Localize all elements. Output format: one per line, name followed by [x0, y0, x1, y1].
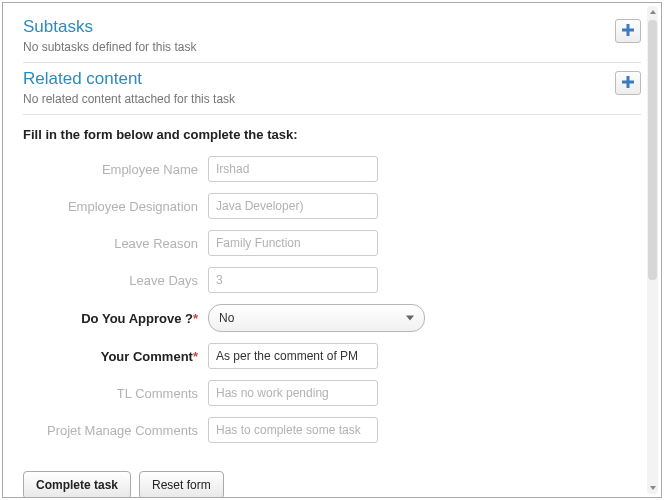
- label-approve: Do You Approve ?*: [23, 311, 208, 326]
- complete-task-button[interactable]: Complete task: [23, 471, 131, 497]
- plus-icon: [621, 75, 635, 92]
- label-tl-comments: TL Comments: [23, 386, 208, 401]
- scroll-up-button[interactable]: [647, 6, 658, 18]
- related-title: Related content: [23, 69, 641, 89]
- label-leave-days: Leave Days: [23, 273, 208, 288]
- scrollbar[interactable]: [647, 6, 658, 494]
- add-subtask-button[interactable]: [615, 19, 641, 43]
- scroll-down-button[interactable]: [647, 482, 658, 494]
- add-related-content-button[interactable]: [615, 71, 641, 95]
- approve-select-value: No: [219, 311, 234, 325]
- leave-days-field: [208, 267, 378, 293]
- form-header: Fill in the form below and complete the …: [23, 127, 641, 142]
- employee-designation-field: [208, 193, 378, 219]
- leave-reason-field: [208, 230, 378, 256]
- pm-comments-field: [208, 417, 378, 443]
- plus-icon: [621, 23, 635, 40]
- related-content-section: Related content No related content attac…: [23, 63, 641, 115]
- chevron-down-icon: [650, 486, 656, 490]
- approve-select[interactable]: No: [208, 304, 425, 332]
- your-comment-field[interactable]: [208, 343, 378, 369]
- label-employee-designation: Employee Designation: [23, 199, 208, 214]
- label-pm-comments: Projet Manage Comments: [23, 423, 208, 438]
- reset-form-button[interactable]: Reset form: [139, 471, 224, 497]
- related-subtitle: No related content attached for this tas…: [23, 92, 641, 106]
- tl-comments-field: [208, 380, 378, 406]
- subtasks-section: Subtasks No subtasks defined for this ta…: [23, 11, 641, 63]
- svg-rect-3: [622, 80, 634, 83]
- label-your-comment: Your Comment*: [23, 349, 208, 364]
- required-marker: *: [193, 349, 198, 364]
- employee-name-field: [208, 156, 378, 182]
- subtasks-title: Subtasks: [23, 17, 641, 37]
- chevron-down-icon: [406, 316, 414, 321]
- chevron-up-icon: [650, 10, 656, 14]
- label-employee-name: Employee Name: [23, 162, 208, 177]
- svg-rect-1: [622, 28, 634, 31]
- required-marker: *: [193, 311, 198, 326]
- label-leave-reason: Leave Reason: [23, 236, 208, 251]
- scrollbar-thumb[interactable]: [648, 20, 657, 280]
- subtasks-subtitle: No subtasks defined for this task: [23, 40, 641, 54]
